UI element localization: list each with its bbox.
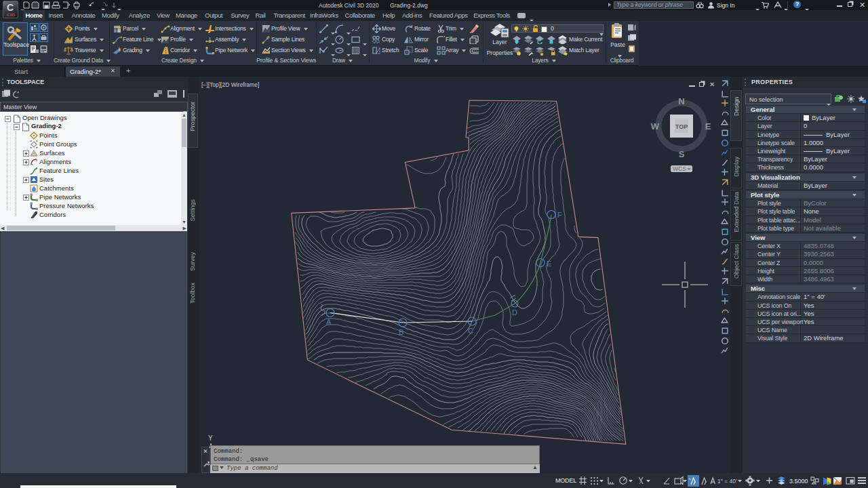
svg-text:E: E xyxy=(705,121,711,131)
svg-text:3.5000: 3.5000 xyxy=(789,478,808,485)
svg-text:B: B xyxy=(399,328,403,336)
svg-text:Y: Y xyxy=(208,434,213,442)
svg-text:E: E xyxy=(547,260,551,268)
svg-text:TOP: TOP xyxy=(675,123,688,130)
svg-text:S: S xyxy=(679,149,685,159)
svg-text:C: C xyxy=(468,327,473,335)
svg-text:1″ = 40′: 1″ = 40′ xyxy=(717,478,737,485)
svg-text:F: F xyxy=(557,211,562,219)
svg-text:A: A xyxy=(326,318,332,326)
svg-text:WCS: WCS xyxy=(673,165,686,172)
svg-text:D: D xyxy=(512,308,517,317)
svg-text:N: N xyxy=(678,96,684,106)
svg-text:W: W xyxy=(651,121,660,131)
